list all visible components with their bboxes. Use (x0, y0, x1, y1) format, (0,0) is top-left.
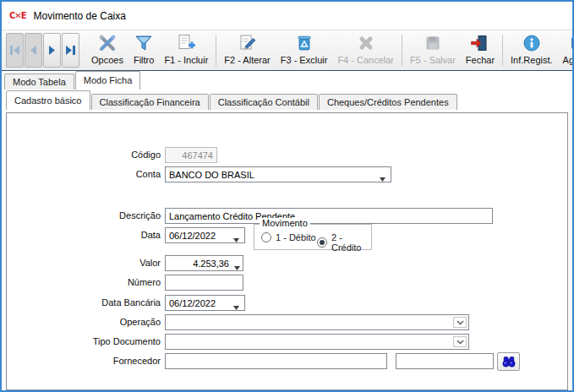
alter-button[interactable]: F2 - Alterar (219, 33, 275, 68)
app-logo-icon: C✕E (9, 11, 26, 20)
descricao-field[interactable] (165, 208, 493, 224)
tab-cadastro-basico-label: Cadastro básico (14, 95, 82, 106)
tab-classificacao-financeira-label: Classificação Financeira (100, 97, 200, 107)
tab-classificacao-contabil-label: Classificação Contábil (218, 97, 309, 107)
numero-label: Número (51, 277, 161, 287)
tools-icon (97, 33, 118, 53)
document-edit-icon (238, 33, 258, 53)
nav-last-button[interactable] (62, 33, 79, 68)
fornecedor-label: Fornecedor (51, 356, 161, 366)
operacao-combobox[interactable] (165, 314, 469, 330)
tipo-documento-label: Tipo Documento (51, 336, 161, 346)
toolbar-separator (502, 35, 503, 66)
data-label: Data (51, 230, 161, 240)
tab-cheques-creditos-pendentes-label: Cheques/Créditos Pendentes (327, 97, 449, 107)
cancel-label: F4 - Cancelar (337, 55, 394, 65)
cancel-button: F4 - Cancelar (332, 33, 399, 68)
include-label: F1 - Incluir (164, 55, 208, 65)
credito-radio[interactable] (317, 237, 327, 248)
last-record-icon (65, 46, 76, 55)
first-record-icon (9, 46, 20, 55)
movimento-option-debito[interactable]: 1 - Débito (261, 232, 316, 242)
cancel-x-icon (356, 33, 376, 53)
next-record-icon (46, 46, 57, 55)
descricao-label: Descrição (51, 210, 161, 220)
operacao-dropdown-icon[interactable] (453, 317, 467, 328)
tipo-documento-combobox[interactable] (165, 334, 469, 350)
save-disk-icon (423, 33, 443, 53)
cadastro-basico-panel: Código Conta Descrição Data Movimento 1 … (6, 112, 568, 390)
binoculars-icon (501, 356, 517, 368)
record-info-label: Inf.Regist. (511, 55, 553, 65)
recycle-bin-icon (294, 33, 314, 53)
nav-next-button[interactable] (43, 33, 61, 68)
options-button[interactable]: Opcoes (86, 33, 128, 68)
document-add-icon (176, 33, 196, 53)
credito-radio-label: 2 - Crédito (331, 232, 371, 253)
tab-classificacao-contabil[interactable]: Classificação Contábil (210, 94, 318, 110)
alter-label: F2 - Alterar (224, 55, 270, 65)
numero-field[interactable] (165, 275, 243, 291)
conta-combobox[interactable] (165, 166, 391, 182)
close-button[interactable]: Fechar (461, 33, 500, 68)
operacao-label: Operação (51, 317, 161, 327)
debito-radio[interactable] (261, 232, 271, 242)
tab-classificacao-financeira[interactable]: Classificação Financeira (91, 94, 209, 110)
fornecedor-name-field[interactable] (396, 353, 494, 369)
data-bancaria-datepicker[interactable] (165, 295, 245, 311)
record-navigator (6, 33, 79, 68)
data-datepicker[interactable] (165, 227, 245, 243)
app-window: C✕E Movimento de Caixa Opcoes (0, 0, 574, 392)
book-icon (569, 33, 572, 53)
agenda-label: Agenda (563, 55, 572, 65)
save-label: F5 - Salvar (410, 55, 456, 65)
close-label: Fechar (466, 55, 495, 65)
valor-label: Valor (51, 258, 161, 268)
movimento-groupbox: Movimento 1 - Débito 2 - Crédito (254, 224, 372, 250)
filter-label: Filtro (134, 55, 154, 65)
toolbar-separator (402, 35, 402, 66)
codigo-label: Código (51, 150, 161, 160)
tab-modo-tabela[interactable]: Modo Tabela (4, 74, 74, 90)
delete-button[interactable]: F3 - Excluir (276, 33, 333, 68)
tipo-documento-dropdown-icon[interactable] (453, 336, 467, 347)
mode-tab-strip: Modo Tabela Modo Ficha (2, 71, 572, 90)
fornecedor-search-button[interactable] (497, 352, 520, 371)
record-info-button[interactable]: Inf.Regist. (506, 33, 558, 68)
movimento-option-credito[interactable]: 2 - Crédito (317, 232, 371, 253)
data-bancaria-label: Data Bancária (51, 297, 161, 308)
filter-button[interactable]: Filtro (128, 33, 159, 68)
tab-cheques-creditos-pendentes[interactable]: Cheques/Créditos Pendentes (319, 94, 457, 110)
funnel-icon (134, 33, 154, 53)
fornecedor-code-field[interactable] (165, 353, 387, 369)
section-tab-strip: Cadastro básico Classificação Financeira… (2, 90, 572, 110)
title-bar: C✕E Movimento de Caixa (2, 2, 572, 30)
info-icon (522, 33, 542, 53)
movimento-label: Movimento (260, 218, 310, 228)
options-label: Opcoes (91, 55, 123, 65)
save-button: F5 - Salvar (405, 33, 461, 68)
tab-modo-ficha[interactable]: Modo Ficha (75, 71, 140, 90)
previous-record-icon (28, 46, 39, 55)
exit-door-icon (470, 33, 490, 53)
agenda-button[interactable]: Agenda (558, 33, 572, 68)
conta-label: Conta (51, 169, 161, 179)
nav-first-button[interactable] (6, 33, 24, 68)
window-title: Movimento de Caixa (34, 10, 126, 22)
nav-previous-button[interactable] (25, 33, 42, 68)
codigo-field (165, 147, 217, 163)
toolbar: Opcoes Filtro F1 - Incluir F2 - Alterar (2, 30, 572, 71)
tab-cadastro-basico[interactable]: Cadastro básico (6, 90, 90, 110)
valor-field[interactable] (165, 255, 243, 271)
tab-modo-tabela-label: Modo Tabela (13, 77, 66, 87)
toolbar-separator (216, 35, 216, 66)
debito-radio-label: 1 - Débito (276, 232, 316, 242)
delete-label: F3 - Excluir (281, 55, 328, 65)
tab-modo-ficha-label: Modo Ficha (84, 75, 132, 85)
include-button[interactable]: F1 - Incluir (159, 33, 213, 68)
